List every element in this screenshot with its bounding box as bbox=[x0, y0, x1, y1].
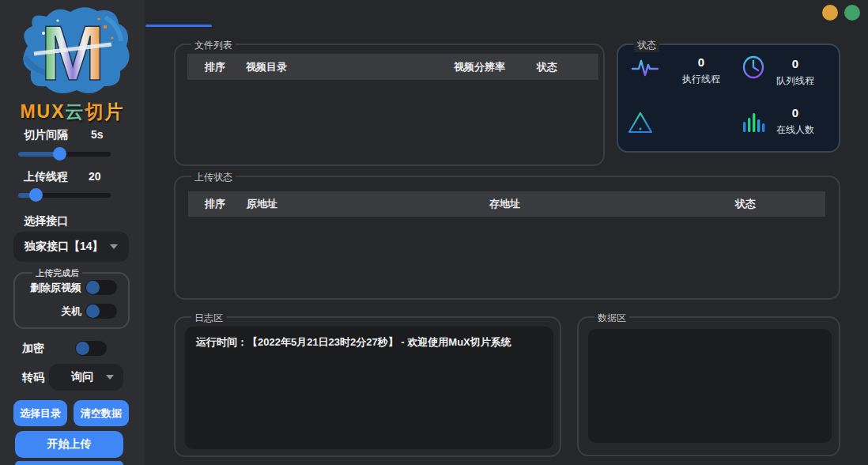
clock-icon bbox=[740, 53, 767, 81]
data-panel-title: 数据区 bbox=[594, 312, 629, 325]
file-list-header: 排序 视频目录 视频分辨率 状态 bbox=[187, 54, 598, 80]
slice-interval-slider[interactable] bbox=[18, 147, 111, 161]
metric-queue-threads: 0 队列线程 bbox=[767, 57, 824, 88]
status-panel: 状态 0 执行线程 0 队列线程 0 在线人数 bbox=[617, 43, 840, 153]
upload-threads-label: 上传线程 bbox=[24, 170, 68, 184]
app-logo: M bbox=[10, 2, 134, 101]
delete-original-toggle[interactable] bbox=[85, 280, 117, 295]
log-textarea[interactable]: 运行时间：【2022年5月21日23时2分27秒】 - 欢迎使用MuX切片系统 bbox=[185, 327, 553, 449]
chevron-down-icon bbox=[110, 244, 118, 249]
file-list-title: 文件列表 bbox=[191, 39, 236, 52]
upload-status-header: 排序 原地址 存地址 状态 bbox=[188, 191, 825, 217]
warning-icon bbox=[627, 110, 654, 135]
log-line: 运行时间：【2022年5月21日23时2分27秒】 - 欢迎使用MuX切片系统 bbox=[185, 327, 553, 358]
logo-splash-m-icon: M bbox=[10, 2, 134, 101]
active-tab-indicator bbox=[145, 25, 212, 27]
shutdown-label: 关机 bbox=[19, 304, 85, 319]
close-window-button[interactable] bbox=[844, 5, 860, 21]
slice-interval-label: 切片间隔 bbox=[24, 128, 68, 142]
app-title-char: U bbox=[37, 101, 52, 122]
partial-bottom-button[interactable] bbox=[15, 461, 123, 465]
encrypt-label: 加密 bbox=[22, 342, 44, 356]
metric-label: 执行线程 bbox=[666, 73, 737, 86]
upload-threads-slider[interactable] bbox=[18, 188, 111, 202]
interface-select-value: 独家接口【14】 bbox=[25, 240, 110, 254]
upload-status-panel: 上传状态 排序 原地址 存地址 状态 bbox=[174, 176, 840, 300]
delete-original-row: 删除原视频 bbox=[19, 280, 117, 295]
metric-online-users: 0 在线人数 bbox=[767, 106, 824, 137]
after-upload-group-title: 上传完成后 bbox=[32, 267, 82, 279]
start-upload-button[interactable]: 开始上传 bbox=[15, 431, 123, 458]
file-list-body[interactable] bbox=[187, 80, 598, 156]
pulse-icon bbox=[631, 56, 659, 78]
column-header: 原地址 bbox=[247, 191, 277, 217]
log-panel-title: 日志区 bbox=[191, 312, 226, 325]
transcode-value: 询问 bbox=[58, 370, 106, 384]
column-header: 状态 bbox=[537, 54, 557, 80]
upload-status-body[interactable] bbox=[188, 217, 825, 290]
upload-status-title: 上传状态 bbox=[191, 171, 236, 184]
sidebar: M MUX云切片 切片间隔 5s 上传线程 20 选择接口 独家接口【14】 上… bbox=[0, 0, 145, 465]
column-header: 排序 bbox=[205, 54, 225, 80]
column-header: 视频分辨率 bbox=[454, 54, 505, 80]
interface-select-dropdown[interactable]: 独家接口【14】 bbox=[13, 232, 129, 262]
app-title-char: 片 bbox=[105, 101, 125, 122]
clear-data-button[interactable]: 清空数据 bbox=[74, 400, 129, 426]
log-panel: 日志区 运行时间：【2022年5月21日23时2分27秒】 - 欢迎使用MuX切… bbox=[174, 316, 561, 457]
upload-threads-value: 20 bbox=[89, 170, 101, 183]
encrypt-toggle[interactable] bbox=[75, 341, 107, 356]
metric-value: 0 bbox=[767, 57, 824, 70]
column-header: 视频目录 bbox=[246, 54, 287, 80]
slider-thumb[interactable] bbox=[29, 188, 43, 202]
metric-exec-threads: 0 执行线程 bbox=[666, 55, 737, 86]
app-title-char: 云 bbox=[66, 101, 85, 122]
column-header: 状态 bbox=[735, 191, 756, 217]
file-list-panel: 文件列表 排序 视频目录 视频分辨率 状态 bbox=[174, 43, 605, 166]
app-title: MUX云切片 bbox=[0, 100, 145, 124]
slice-interval-value: 5s bbox=[91, 128, 104, 141]
transcode-dropdown[interactable]: 询问 bbox=[49, 364, 123, 391]
transcode-label: 转码 bbox=[22, 371, 44, 385]
chevron-down-icon bbox=[106, 375, 114, 380]
metric-label: 在线人数 bbox=[767, 123, 824, 137]
status-panel-title: 状态 bbox=[634, 39, 659, 52]
metric-label: 队列线程 bbox=[767, 74, 824, 88]
toggle-knob bbox=[86, 304, 100, 318]
shutdown-toggle[interactable] bbox=[85, 304, 117, 319]
column-header: 存地址 bbox=[489, 191, 520, 217]
mux-slicer-window: { "window": { "controls": { "minimize_co… bbox=[0, 0, 868, 465]
slider-thumb[interactable] bbox=[53, 147, 66, 161]
select-directory-button[interactable]: 选择目录 bbox=[13, 400, 67, 426]
interface-select-label: 选择接口 bbox=[24, 214, 68, 229]
delete-original-label: 删除原视频 bbox=[19, 281, 85, 295]
toggle-knob bbox=[86, 281, 100, 294]
column-header: 排序 bbox=[205, 191, 225, 217]
bars-icon bbox=[742, 110, 765, 134]
minimize-window-button[interactable] bbox=[822, 5, 838, 21]
app-title-char: X bbox=[51, 101, 65, 122]
metric-value: 0 bbox=[767, 106, 824, 119]
app-title-char: M bbox=[20, 101, 36, 122]
data-textarea[interactable] bbox=[588, 329, 832, 443]
shutdown-row: 关机 bbox=[19, 304, 117, 319]
after-upload-group: 上传完成后 删除原视频 关机 bbox=[13, 272, 130, 329]
toggle-knob bbox=[76, 342, 89, 355]
metric-value: 0 bbox=[666, 55, 737, 69]
app-title-char: 切 bbox=[85, 101, 105, 122]
data-panel: 数据区 bbox=[577, 316, 840, 456]
